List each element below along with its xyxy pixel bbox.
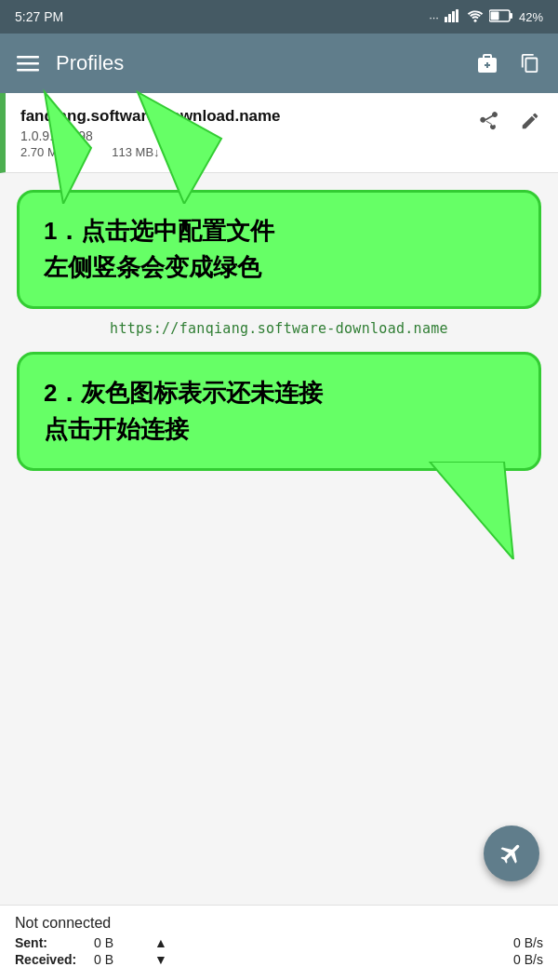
- menu-button[interactable]: [15, 50, 41, 76]
- profile-stats: 2.70 MB↑ 113 MB↓: [20, 145, 476, 159]
- down-arrow-icon: ▼: [150, 952, 172, 967]
- sent-row: Sent: 0 B ▲ 0 B/s: [15, 935, 543, 950]
- received-value: 0 B: [94, 952, 150, 967]
- connection-status: Not connected: [15, 915, 543, 932]
- callout1-bubble: 1．点击选中配置文件 左侧竖条会变成绿色: [17, 190, 541, 309]
- svg-point-4: [473, 19, 476, 21]
- received-label: Received:: [15, 952, 94, 967]
- svg-rect-0: [445, 17, 447, 22]
- svg-rect-8: [17, 56, 39, 59]
- url-display: https://fanqiang.software-download.name: [0, 309, 558, 348]
- up-arrow-icon: ▲: [150, 935, 172, 950]
- callout1-text: 1．点击选中配置文件 左侧竖条会变成绿色: [44, 213, 514, 286]
- status-bar: 5:27 PM ··· 42%: [0, 0, 558, 34]
- status-icons: ··· 42%: [429, 9, 543, 25]
- sent-speed: 0 B/s: [513, 935, 543, 950]
- profile-item[interactable]: fanqiang.software-download.name 1.0.9.8:…: [0, 93, 558, 173]
- edit-button[interactable]: [517, 108, 543, 134]
- svg-rect-2: [452, 11, 455, 22]
- svg-rect-3: [456, 9, 458, 22]
- copy-button[interactable]: [517, 50, 543, 76]
- received-row: Received: 0 B ▼ 0 B/s: [15, 952, 543, 967]
- signal-bars-icon: [445, 9, 461, 25]
- airplane-icon: [498, 840, 525, 866]
- sent-label: Sent:: [15, 935, 94, 950]
- connect-fab[interactable]: [484, 826, 539, 881]
- battery-percent: 42%: [519, 10, 543, 24]
- callout2-text: 2．灰色图标表示还未连接 点击开始连接: [44, 375, 514, 448]
- add-profile-button[interactable]: [474, 50, 500, 76]
- received-speed: 0 B/s: [513, 952, 543, 967]
- svg-rect-1: [448, 14, 451, 22]
- app-bar-actions: [474, 50, 543, 76]
- sent-value: 0 B: [94, 935, 150, 950]
- signal-dots-icon: ···: [429, 10, 439, 24]
- callout1-wrapper: 1．点击选中配置文件 左侧竖条会变成绿色: [17, 190, 541, 309]
- status-time: 5:27 PM: [15, 9, 63, 24]
- svg-rect-10: [17, 69, 39, 72]
- profile-actions: [476, 108, 543, 134]
- profile-server: 1.0.9.8:1098: [20, 128, 476, 143]
- svg-rect-7: [490, 11, 498, 20]
- download-stat: 113 MB↓: [112, 145, 159, 159]
- content-area: 1．点击选中配置文件 左侧竖条会变成绿色 https://fanqiang.so…: [0, 190, 558, 841]
- svg-rect-6: [510, 13, 512, 19]
- bottom-bar: Not connected Sent: 0 B ▲ 0 B/s Received…: [0, 905, 558, 980]
- share-button[interactable]: [476, 108, 502, 134]
- callout2-wrapper: 2．灰色图标表示还未连接 点击开始连接: [17, 352, 541, 471]
- svg-rect-9: [17, 62, 39, 65]
- profile-info: fanqiang.software-download.name 1.0.9.8:…: [20, 106, 476, 159]
- profile-name: fanqiang.software-download.name: [20, 106, 476, 127]
- callout2-bubble: 2．灰色图标表示还未连接 点击开始连接: [17, 352, 541, 471]
- battery-icon: [489, 9, 513, 25]
- page-title: Profiles: [56, 51, 474, 75]
- app-bar: Profiles: [0, 34, 558, 93]
- upload-stat: 2.70 MB↑: [20, 145, 72, 159]
- wifi-icon: [467, 9, 484, 25]
- callout2-arrow-svg: [411, 462, 532, 559]
- svg-marker-13: [430, 462, 513, 559]
